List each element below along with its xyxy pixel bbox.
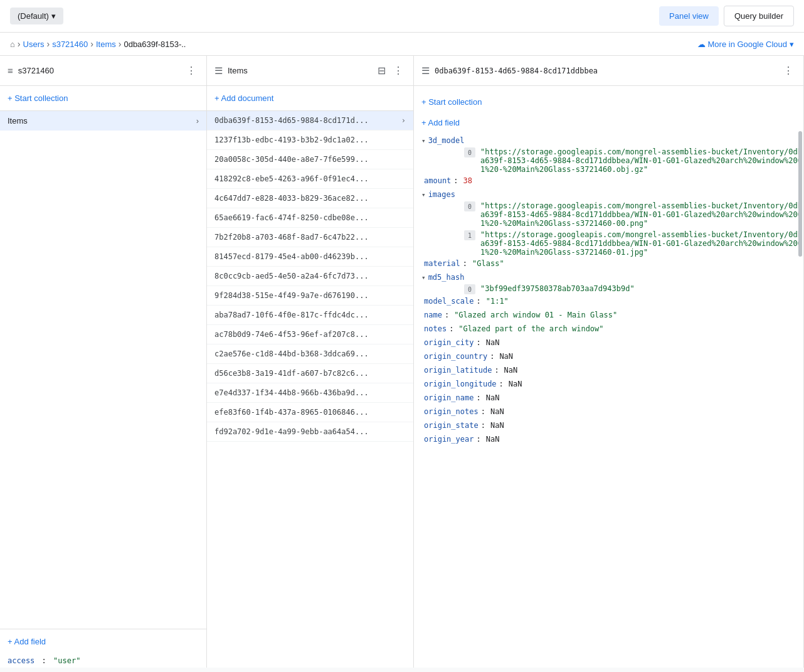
right-panel-menu-button[interactable]: ⋮ [781, 62, 796, 79]
image-value-0: "https://storage.googleapis.com/mongrel-… [480, 201, 803, 228]
breadcrumb-sep-3: › [90, 39, 93, 49]
doc-item-text: 8c0cc9cb-aed5-4e50-a2a4-6fc7d73... [214, 272, 406, 280]
origin-state-key: origin_state [424, 421, 479, 430]
breadcrumb-users[interactable]: Users [23, 40, 45, 49]
start-collection-button-right[interactable]: + Start collection [421, 95, 482, 109]
origin-state-value: NaN [490, 421, 504, 430]
breadcrumb-items[interactable]: Items [96, 40, 116, 49]
mid-document-icon: ☰ [214, 65, 223, 77]
amount-value: 38 [463, 176, 472, 185]
add-document-button[interactable]: + Add document [214, 91, 273, 105]
selected-doc-item[interactable]: 0dba639f-8153-4d65-9884-8cd171d... › [207, 111, 413, 131]
doc-item[interactable]: 418292c8-ebe5-4263-a96f-0f91ec4... [207, 169, 413, 189]
mid-panel-menu-button[interactable]: ⋮ [391, 62, 406, 79]
left-panel-title: s3721460 [18, 66, 179, 75]
add-field-button-left[interactable]: + Add field [8, 634, 46, 649]
model-scale-key: model_scale [424, 297, 473, 306]
doc-item[interactable]: 1237f13b-edbc-4193-b3b2-9dc1a02... [207, 131, 413, 150]
doc-item-text: 65ae6619-fac6-474f-8250-cdbe08e... [214, 213, 406, 222]
doc-item[interactable]: 4c647dd7-e828-4033-b829-36ace82... [207, 189, 413, 208]
origin-year-value: NaN [486, 435, 500, 444]
doc-item-text: c2ae576e-c1d8-44bd-b368-3ddca69... [214, 349, 406, 358]
doc-item[interactable]: ac78b0d9-74e6-4f53-96ef-af207c8... [207, 325, 413, 344]
doc-item-text: efe83f60-1f4b-437a-8965-0106846... [214, 408, 406, 417]
breadcrumb: ⌂ › Users › s3721460 › Items › 0dba639f-… [0, 33, 804, 56]
left-add-field-bar: + Add field [0, 629, 206, 654]
selected-doc-text: 0dba639f-8153-4d65-9884-8cd171d... [214, 116, 401, 125]
access-colon: : [42, 656, 51, 665]
doc-item[interactable]: 7b2f20b8-a703-468f-8ad7-6c47b22... [207, 228, 413, 247]
header: (Default) ▾ Panel view Query builder [0, 0, 804, 33]
collapse-icon: ▾ [421, 137, 426, 145]
origin-name-value: NaN [486, 393, 500, 402]
panel-view-button[interactable]: Panel view [659, 6, 719, 26]
doc-item[interactable]: efe83f60-1f4b-437a-8965-0106846... [207, 403, 413, 422]
doc-item[interactable]: fd92a702-9d1e-4a99-9ebb-aa64a54... [207, 422, 413, 442]
mid-panel-filter-button[interactable]: ⊟ [375, 62, 388, 79]
image-item-0: 0 "https://storage.googleapis.com/mongre… [434, 200, 803, 229]
origin-city-colon: : [476, 338, 480, 347]
default-dropdown-button[interactable]: (Default) ▾ [10, 8, 63, 24]
query-builder-button[interactable]: Query builder [724, 6, 794, 26]
mid-panel-actions: ⊟ ⋮ [375, 62, 406, 79]
doc-item[interactable]: 81457ecd-8179-45e4-ab00-d46239b... [207, 247, 413, 267]
scrollbar-thumb[interactable] [798, 131, 802, 257]
mid-panel-list: 0dba639f-8153-4d65-9884-8cd171d... › 123… [207, 111, 413, 668]
3d-model-key: 3d_model [428, 136, 465, 145]
main-content: ≡ s3721460 ⋮ + Start collection Items › … [0, 56, 804, 668]
material-field: material : "Glass" [414, 258, 803, 272]
origin-latitude-field: origin_latitude : NaN [414, 365, 803, 378]
header-left: (Default) ▾ [10, 8, 63, 24]
doc-item-text: 81457ecd-8179-45e4-ab00-d46239b... [214, 252, 406, 261]
3d-model-value-0: "https://storage.googleapis.com/mongrel-… [480, 147, 803, 174]
doc-item[interactable]: e7e4d337-1f34-44b8-966b-436ba9d... [207, 383, 413, 403]
origin-name-colon: : [476, 393, 480, 402]
mid-panel: ☰ Items ⊟ ⋮ + Add document 0dba639f-8153… [207, 56, 414, 668]
home-icon[interactable]: ⌂ [10, 40, 15, 49]
material-colon: : [463, 259, 467, 268]
origin-city-key: origin_city [424, 338, 473, 347]
images-key: images [428, 190, 455, 199]
doc-item[interactable]: c2ae576e-c1d8-44bd-b368-3ddca69... [207, 344, 413, 364]
items-collection-item[interactable]: Items › [0, 111, 206, 131]
doc-item[interactable]: d56ce3b8-3a19-41df-a607-b7c82c6... [207, 364, 413, 383]
more-in-google-cloud-button[interactable]: ☁ More in Google Cloud ▾ [697, 40, 794, 49]
doc-item-text: e7e4d337-1f34-44b8-966b-436ba9d... [214, 388, 406, 397]
doc-item[interactable]: aba78ad7-10f6-4f0e-817c-ffdc4dc... [207, 306, 413, 325]
doc-item-text: 1237f13b-edbc-4193-b3b2-9dc1a02... [214, 136, 406, 144]
left-panel-menu-button[interactable]: ⋮ [184, 62, 199, 79]
doc-item[interactable]: 65ae6619-fac6-474f-8250-cdbe08e... [207, 208, 413, 228]
doc-item[interactable]: 9f284d38-515e-4f49-9a7e-d676190... [207, 286, 413, 306]
right-panel-header: ☰ 0dba639f-8153-4d65-9884-8cd171ddbbea ⋮ [414, 56, 803, 86]
notes-field: notes : "Glazed part of the arch window" [414, 323, 803, 337]
origin-latitude-colon: : [494, 366, 499, 375]
md5-hash-section[interactable]: ▾ md5_hash [414, 272, 803, 283]
breadcrumb-user-id[interactable]: s3721460 [52, 40, 88, 49]
access-value: "user" [53, 656, 80, 665]
chevron-down-icon: ▾ [790, 40, 794, 49]
add-field-button-right[interactable]: + Add field [421, 115, 460, 130]
doc-item-text: 4c647dd7-e828-4033-b829-36ace82... [214, 194, 406, 203]
selected-doc-arrow: › [401, 116, 406, 125]
images-collapse-icon: ▾ [421, 191, 426, 199]
doc-item[interactable]: 8c0cc9cb-aed5-4e50-a2a4-6fc7d73... [207, 267, 413, 286]
doc-item[interactable]: 20a0058c-305d-440e-a8e7-7f6e599... [207, 150, 413, 169]
origin-latitude-value: NaN [504, 366, 518, 375]
header-right: Panel view Query builder [659, 6, 794, 26]
start-collection-button[interactable]: + Start collection [8, 91, 68, 105]
doc-item-text: aba78ad7-10f6-4f0e-817c-ffdc4dc... [214, 311, 406, 319]
amount-colon: : [453, 176, 458, 185]
image-value-1: "https://storage.googleapis.com/mongrel-… [480, 230, 803, 257]
origin-city-field: origin_city : NaN [414, 337, 803, 351]
mid-panel-header: ☰ Items ⊟ ⋮ [207, 56, 413, 86]
3d-model-section[interactable]: ▾ 3d_model [414, 135, 803, 146]
images-section[interactable]: ▾ images [414, 189, 803, 200]
left-start-collection-bar: + Start collection [0, 86, 206, 111]
notes-value: "Glazed part of the arch window" [458, 324, 603, 333]
collection-arrow-icon: › [196, 116, 199, 125]
origin-latitude-key: origin_latitude [424, 366, 492, 375]
origin-longitude-colon: : [499, 380, 504, 388]
doc-item-text: 7b2f20b8-a703-468f-8ad7-6c47b22... [214, 233, 406, 242]
left-panel: ≡ s3721460 ⋮ + Start collection Items › … [0, 56, 207, 668]
breadcrumb-sep-4: › [119, 39, 122, 49]
